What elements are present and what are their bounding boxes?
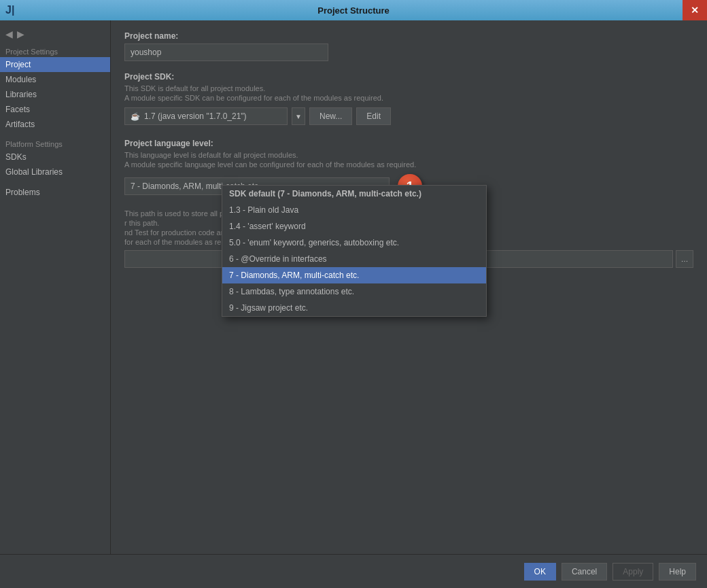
sidebar-item-facets[interactable]: Facets (0, 102, 110, 117)
lang-level-desc2: A module specific language level can be … (124, 160, 693, 169)
lang-level-desc1: This language level is default for all p… (124, 151, 693, 159)
content-area: Project name: Project SDK: This SDK is d… (111, 20, 707, 554)
edit-sdk-button[interactable]: Edit (356, 107, 391, 125)
sdk-dropdown[interactable]: ☕ 1.7 (java version "1.7.0_21") (124, 107, 288, 125)
dialog-title: Project Structure (317, 5, 389, 16)
sdk-value: 1.7 (java version "1.7.0_21") (144, 111, 247, 121)
project-settings-label: Project Settings (0, 45, 110, 57)
dropdown-option-1-3[interactable]: 1.3 - Plain old Java (222, 202, 486, 218)
lang-level-dropdown-popup: SDK default (7 - Diamonds, ARM, multi-ca… (222, 185, 487, 317)
new-sdk-button[interactable]: New... (309, 107, 352, 125)
apply-button[interactable]: Apply (613, 563, 653, 581)
platform-settings-label: Platform Settings (0, 137, 110, 150)
dropdown-option-8[interactable]: 8 - Lambdas, type annotations etc. (222, 283, 486, 300)
ok-button[interactable]: OK (524, 563, 556, 581)
sidebar-item-global-libraries[interactable]: Global Libraries (0, 165, 110, 179)
sidebar-item-artifacts[interactable]: Artifacts (0, 117, 110, 132)
sdk-icon: ☕ (131, 112, 140, 121)
back-arrow-icon[interactable]: ◀ (5, 29, 13, 39)
sdk-dropdown-arrow[interactable]: ▼ (292, 107, 305, 125)
help-button[interactable]: Help (659, 563, 696, 581)
sidebar: ◀ ▶ Project Settings Project Modules Lib… (0, 20, 111, 554)
lang-level-title: Project language level: (124, 139, 693, 148)
sdk-desc2: A module specific SDK can be configured … (124, 94, 693, 102)
sdk-section-title: Project SDK: (124, 72, 693, 82)
dropdown-option-5-0[interactable]: 5.0 - 'enum' keyword, generics, autoboxi… (222, 235, 486, 251)
sidebar-item-problems[interactable]: Problems (0, 185, 110, 200)
forward-arrow-icon[interactable]: ▶ (17, 29, 24, 39)
sidebar-item-libraries[interactable]: Libraries (0, 87, 110, 102)
dropdown-option-6[interactable]: 6 - @Override in interfaces (222, 251, 486, 267)
browse-button[interactable]: … (676, 250, 693, 268)
dropdown-option-1-4[interactable]: 1.4 - 'assert' keyword (222, 218, 486, 235)
title-bar: J| Project Structure ✕ (0, 0, 707, 20)
nav-arrows: ◀ ▶ (0, 26, 110, 45)
sidebar-item-modules[interactable]: Modules (0, 72, 110, 87)
app-logo: J| (5, 4, 14, 16)
sidebar-item-project[interactable]: Project (0, 57, 110, 72)
bottom-bar: OK Cancel Apply Help (0, 554, 707, 588)
main-layout: ◀ ▶ Project Settings Project Modules Lib… (0, 20, 707, 554)
dropdown-option-sdk-default[interactable]: SDK default (7 - Diamonds, ARM, multi-ca… (222, 186, 486, 202)
cancel-button[interactable]: Cancel (562, 563, 607, 581)
dropdown-option-7[interactable]: 7 - Diamonds, ARM, multi-catch etc. (222, 267, 486, 283)
sidebar-item-sdks[interactable]: SDKs (0, 150, 110, 165)
project-name-label: Project name: (124, 31, 693, 41)
project-name-input[interactable] (124, 44, 328, 61)
sdk-desc1: This SDK is default for all project modu… (124, 84, 693, 92)
dropdown-option-9[interactable]: 9 - Jigsaw project etc. (222, 300, 486, 316)
sdk-row: ☕ 1.7 (java version "1.7.0_21") ▼ New...… (124, 107, 693, 125)
close-button[interactable]: ✕ (683, 0, 707, 20)
